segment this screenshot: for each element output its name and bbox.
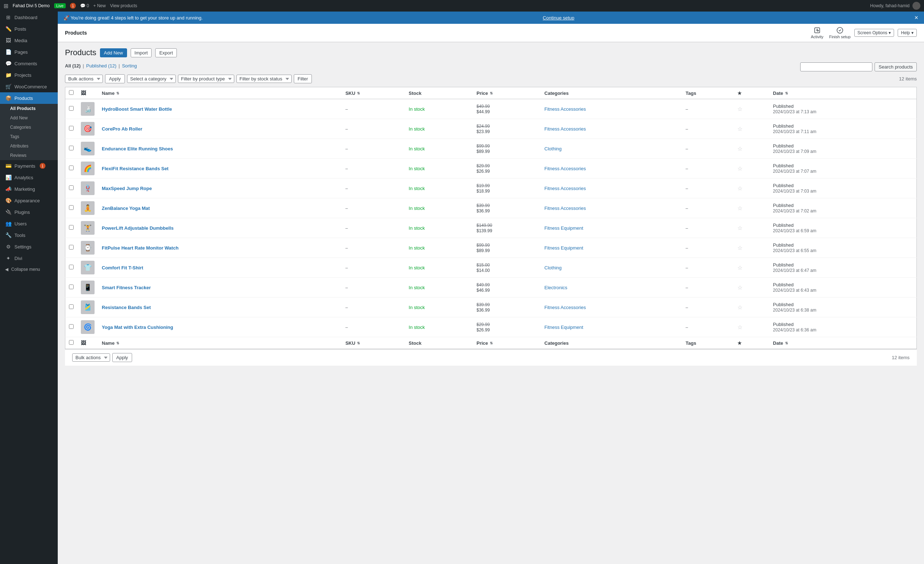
tf-date[interactable]: Date ⇅ <box>770 337 917 349</box>
category-link[interactable]: Fitness Accessories <box>544 166 586 171</box>
sidebar-item-tools[interactable]: 🔧 Tools <box>0 229 58 241</box>
category-link[interactable]: Fitness Accessories <box>544 126 586 132</box>
sidebar-link-users[interactable]: 👥 Users <box>0 218 58 229</box>
tf-sku-header[interactable]: SKU ⇅ <box>345 340 401 346</box>
sidebar-sub-reviews[interactable]: Reviews <box>0 151 58 160</box>
notif-count[interactable]: 1 <box>70 3 76 9</box>
sidebar-link-payments[interactable]: 💳 Payments 1 <box>0 160 58 172</box>
product-name-link[interactable]: Smart Fitness Tracker <box>102 285 151 290</box>
notice-link[interactable]: Continue setup <box>543 15 574 21</box>
sidebar-sub-add-new[interactable]: Add New <box>0 113 58 123</box>
sidebar-sub-attributes[interactable]: Attributes <box>0 141 58 151</box>
wp-logo-icon[interactable]: ⊞ <box>4 3 8 9</box>
sidebar-link-add-new-sub[interactable]: Add New <box>0 113 58 123</box>
category-link[interactable]: Fitness Accessories <box>544 186 586 191</box>
featured-star-icon[interactable]: ☆ <box>737 284 742 291</box>
new-link[interactable]: + New <box>93 3 106 8</box>
sidebar-link-attributes[interactable]: Attributes <box>0 141 58 151</box>
sidebar-item-media[interactable]: 🖼 Media <box>0 34 58 46</box>
featured-star-icon[interactable]: ☆ <box>737 106 742 112</box>
filter-button[interactable]: Filter <box>294 74 312 83</box>
product-type-select[interactable]: Filter by product type <box>178 75 234 83</box>
tf-sku[interactable]: SKU ⇅ <box>342 337 405 349</box>
row-checkbox[interactable] <box>69 205 74 210</box>
product-name-link[interactable]: Resistance Bands Set <box>102 305 151 310</box>
import-button[interactable]: Import <box>130 48 152 57</box>
search-input[interactable] <box>800 62 872 72</box>
view-products-link[interactable]: View products <box>110 3 137 8</box>
sidebar-item-appearance[interactable]: 🎨 Appearance <box>0 195 58 206</box>
sidebar-sub-tags[interactable]: Tags <box>0 132 58 141</box>
row-checkbox[interactable] <box>69 126 74 130</box>
add-new-button[interactable]: Add New <box>100 48 127 57</box>
sidebar-item-plugins[interactable]: 🔌 Plugins <box>0 206 58 218</box>
tf-date-sort-icon[interactable]: ⇅ <box>785 341 788 345</box>
row-checkbox[interactable] <box>69 324 74 329</box>
bulk-actions-select[interactable]: Bulk actions <box>65 75 103 83</box>
category-link[interactable]: Clothing <box>544 146 562 151</box>
sku-sort-icon[interactable]: ⇅ <box>357 91 360 95</box>
sidebar-item-pages[interactable]: 📄 Pages <box>0 46 58 58</box>
select-all-checkbox[interactable] <box>69 90 74 95</box>
sidebar-link-tags[interactable]: Tags <box>0 132 58 141</box>
help-button[interactable]: Help ▾ <box>898 29 917 37</box>
finish-setup-button[interactable]: Finish setup <box>829 27 850 39</box>
sidebar-item-products[interactable]: 📦 Products All Products Add New <box>0 92 58 160</box>
category-select[interactable]: Select a category <box>127 75 176 83</box>
sidebar-link-reviews[interactable]: Reviews <box>0 151 58 160</box>
bulk-actions-select-bottom[interactable]: Bulk actions <box>72 353 110 362</box>
sidebar-item-analytics[interactable]: 📊 Analytics <box>0 172 58 183</box>
name-col-header[interactable]: Name ⇅ <box>102 91 338 96</box>
category-link[interactable]: Fitness Equipment <box>544 225 583 231</box>
tab-sorting[interactable]: Sorting <box>122 63 137 69</box>
featured-star-icon[interactable]: ☆ <box>737 324 742 330</box>
featured-star-icon[interactable]: ☆ <box>737 166 742 172</box>
tf-price-sort-icon[interactable]: ⇅ <box>490 341 493 345</box>
sidebar-link-projects[interactable]: 📁 Projects <box>0 69 58 81</box>
sidebar-item-settings[interactable]: ⚙ Settings <box>0 241 58 253</box>
tf-name[interactable]: Name ⇅ <box>98 337 342 349</box>
product-name-link[interactable]: ZenBalance Yoga Mat <box>102 205 150 211</box>
sidebar-link-products[interactable]: 📦 Products <box>0 92 58 104</box>
notice-close-button[interactable]: × <box>914 14 918 21</box>
category-link[interactable]: Fitness Accessories <box>544 106 586 112</box>
featured-star-icon[interactable]: ☆ <box>737 126 742 132</box>
product-name-link[interactable]: PowerLift Adjustable Dumbbells <box>102 225 174 231</box>
category-link[interactable]: Clothing <box>544 265 562 271</box>
sidebar-link-dashboard[interactable]: ⊞ Dashboard <box>0 12 58 23</box>
sidebar-link-analytics[interactable]: 📊 Analytics <box>0 172 58 183</box>
row-checkbox[interactable] <box>69 166 74 170</box>
sidebar-item-comments[interactable]: 💬 Comments <box>0 58 58 69</box>
sidebar-collapse-link[interactable]: ◀ Collapse menu <box>0 264 58 275</box>
sidebar-link-divi[interactable]: ✦ Divi <box>0 253 58 264</box>
price-sort-icon[interactable]: ⇅ <box>490 91 493 95</box>
apply-button-bottom[interactable]: Apply <box>112 353 132 362</box>
category-link[interactable]: Electronics <box>544 285 567 290</box>
sidebar-link-categories[interactable]: Categories <box>0 123 58 132</box>
site-name[interactable]: Fahad Divi 5 Demo <box>13 3 50 8</box>
sidebar-link-appearance[interactable]: 🎨 Appearance <box>0 195 58 206</box>
sidebar-link-settings[interactable]: ⚙ Settings <box>0 241 58 253</box>
row-checkbox[interactable] <box>69 146 74 150</box>
sidebar-link-comments[interactable]: 💬 Comments <box>0 58 58 69</box>
sidebar-item-payments[interactable]: 💳 Payments 1 <box>0 160 58 172</box>
product-name-link[interactable]: HydroBoost Smart Water Bottle <box>102 106 172 112</box>
comment-count[interactable]: 💬 0 <box>80 3 89 8</box>
sku-col-header[interactable]: SKU ⇅ <box>345 91 401 96</box>
product-name-link[interactable]: FitPulse Heart Rate Monitor Watch <box>102 245 178 251</box>
featured-star-icon[interactable]: ☆ <box>737 245 742 251</box>
sidebar-link-tools[interactable]: 🔧 Tools <box>0 229 58 241</box>
stock-status-select[interactable]: Filter by stock status <box>236 75 292 83</box>
activity-button[interactable]: Activity <box>811 27 823 39</box>
sidebar-item-posts[interactable]: ✏️ Posts <box>0 23 58 34</box>
sidebar-item-dashboard[interactable]: ⊞ Dashboard <box>0 12 58 23</box>
product-name-link[interactable]: FlexiFit Resistance Bands Set <box>102 166 168 171</box>
apply-button-top[interactable]: Apply <box>105 74 125 83</box>
row-checkbox[interactable] <box>69 284 74 289</box>
th-sku[interactable]: SKU ⇅ <box>342 87 405 99</box>
row-checkbox[interactable] <box>69 106 74 111</box>
featured-star-icon[interactable]: ☆ <box>737 265 742 271</box>
tf-price[interactable]: Price ⇅ <box>473 337 541 349</box>
product-name-link[interactable]: CorePro Ab Roller <box>102 126 142 132</box>
sidebar-link-posts[interactable]: ✏️ Posts <box>0 23 58 34</box>
